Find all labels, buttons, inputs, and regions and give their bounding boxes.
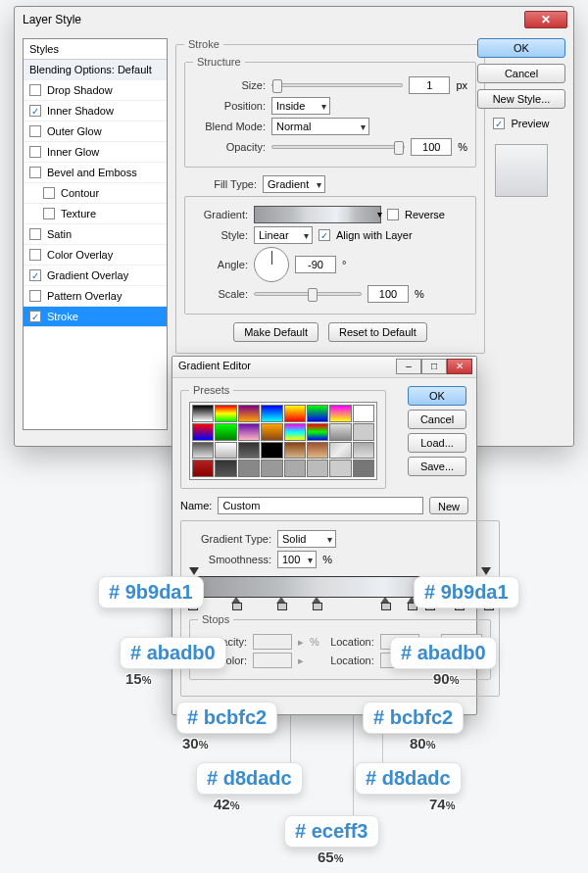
preset-swatch[interactable] xyxy=(284,442,306,460)
ge-cancel-button[interactable]: Cancel xyxy=(408,410,466,429)
reverse-checkbox[interactable] xyxy=(387,209,399,220)
preset-swatch[interactable] xyxy=(192,405,214,422)
close-icon[interactable]: ✕ xyxy=(447,359,472,374)
effect-stroke[interactable]: Stroke xyxy=(24,307,167,327)
color-stop[interactable] xyxy=(312,597,321,608)
preset-swatch[interactable] xyxy=(192,442,214,460)
effect-contour[interactable]: Contour xyxy=(24,183,167,204)
preset-swatch[interactable] xyxy=(261,442,282,460)
preset-swatch[interactable] xyxy=(238,460,260,477)
blend-combo[interactable]: Normal xyxy=(271,118,369,135)
angle-input[interactable]: -90 xyxy=(295,256,336,273)
ge-save-button[interactable]: Save... xyxy=(408,457,466,476)
dialog-titlebar[interactable]: Layer Style ✕ xyxy=(15,7,573,34)
make-default-button[interactable]: Make Default xyxy=(233,322,318,342)
preview-checkbox[interactable] xyxy=(493,118,505,129)
opacity-slider[interactable] xyxy=(271,145,405,149)
styles-header[interactable]: Styles xyxy=(24,39,167,60)
ge-titlebar[interactable]: Gradient Editor – □ ✕ xyxy=(172,357,476,378)
effect-drop-shadow[interactable]: Drop Shadow xyxy=(24,80,167,101)
effect-inner-glow[interactable]: Inner Glow xyxy=(24,142,167,163)
angle-dial[interactable] xyxy=(254,247,289,282)
preset-swatch[interactable] xyxy=(307,460,328,477)
checkbox-icon[interactable] xyxy=(43,208,55,219)
close-icon[interactable]: ✕ xyxy=(524,11,567,28)
checkbox-icon[interactable] xyxy=(29,146,41,158)
gradient-swatch[interactable] xyxy=(254,206,381,223)
preset-grid[interactable] xyxy=(189,402,377,480)
preset-swatch[interactable] xyxy=(215,423,236,441)
preset-swatch[interactable] xyxy=(215,405,236,422)
new-style-button[interactable]: New Style... xyxy=(477,89,565,109)
stop-color-input[interactable] xyxy=(253,653,292,668)
preset-swatch[interactable] xyxy=(353,423,374,441)
preset-swatch[interactable] xyxy=(284,460,306,477)
checkbox-icon[interactable] xyxy=(29,167,41,178)
preset-swatch[interactable] xyxy=(329,442,351,460)
checkbox-icon[interactable] xyxy=(29,125,41,137)
scale-input[interactable]: 100 xyxy=(368,285,409,303)
cancel-button[interactable]: Cancel xyxy=(477,64,565,83)
preset-swatch[interactable] xyxy=(261,405,282,422)
color-stop[interactable] xyxy=(231,597,241,608)
align-checkbox[interactable] xyxy=(318,229,330,241)
checkbox-icon[interactable] xyxy=(29,311,41,322)
checkbox-icon[interactable] xyxy=(29,228,41,240)
preset-swatch[interactable] xyxy=(353,460,374,477)
color-stop[interactable] xyxy=(276,597,286,608)
preset-swatch[interactable] xyxy=(284,423,306,441)
style-combo[interactable]: Linear xyxy=(254,226,313,244)
effect-satin[interactable]: Satin xyxy=(24,224,167,245)
checkbox-icon[interactable] xyxy=(29,249,41,261)
effect-color-overlay[interactable]: Color Overlay xyxy=(24,245,167,266)
preset-swatch[interactable] xyxy=(329,460,351,477)
preset-swatch[interactable] xyxy=(215,460,236,477)
preset-swatch[interactable] xyxy=(307,423,328,441)
checkbox-icon[interactable] xyxy=(29,105,41,117)
new-button[interactable]: New xyxy=(429,497,468,514)
color-stop[interactable] xyxy=(380,597,390,608)
effect-gradient-overlay[interactable]: Gradient Overlay xyxy=(24,266,167,286)
preset-swatch[interactable] xyxy=(329,423,351,441)
checkbox-icon[interactable] xyxy=(29,269,41,281)
preset-swatch[interactable] xyxy=(353,405,374,422)
reset-default-button[interactable]: Reset to Default xyxy=(328,322,427,342)
blending-options-row[interactable]: Blending Options: Default xyxy=(24,60,167,80)
effect-texture[interactable]: Texture xyxy=(24,204,167,224)
preset-swatch[interactable] xyxy=(192,460,214,477)
maximize-icon[interactable]: □ xyxy=(421,359,447,374)
effect-outer-glow[interactable]: Outer Glow xyxy=(24,121,167,142)
preset-swatch[interactable] xyxy=(238,405,260,422)
preset-swatch[interactable] xyxy=(192,423,214,441)
preset-swatch[interactable] xyxy=(307,405,328,422)
ge-ok-button[interactable]: OK xyxy=(408,386,466,406)
type-combo[interactable]: Solid xyxy=(277,530,336,548)
minimize-icon[interactable]: – xyxy=(396,359,421,374)
preset-swatch[interactable] xyxy=(353,442,374,460)
preset-swatch[interactable] xyxy=(238,423,260,441)
preset-swatch[interactable] xyxy=(261,460,282,477)
size-input[interactable]: 1 xyxy=(409,76,450,94)
opacity-input[interactable]: 100 xyxy=(411,138,452,156)
effect-pattern-overlay[interactable]: Pattern Overlay xyxy=(24,286,167,307)
preset-swatch[interactable] xyxy=(215,442,236,460)
size-slider[interactable] xyxy=(271,83,403,87)
smoothness-input[interactable]: 100 xyxy=(277,551,317,568)
preset-swatch[interactable] xyxy=(284,405,306,422)
preset-swatch[interactable] xyxy=(238,442,260,460)
checkbox-icon[interactable] xyxy=(29,290,41,302)
stop-opacity-input[interactable] xyxy=(253,634,292,650)
preset-swatch[interactable] xyxy=(329,405,351,422)
position-combo[interactable]: Inside xyxy=(271,97,330,115)
filltype-combo[interactable]: Gradient xyxy=(263,175,325,193)
preset-swatch[interactable] xyxy=(307,442,328,460)
checkbox-icon[interactable] xyxy=(29,84,41,96)
name-input[interactable]: Custom xyxy=(218,497,423,514)
ge-load-button[interactable]: Load... xyxy=(408,433,466,453)
scale-slider[interactable] xyxy=(254,292,362,296)
effect-bevel-emboss[interactable]: Bevel and Emboss xyxy=(24,163,167,183)
preset-swatch[interactable] xyxy=(261,423,282,441)
checkbox-icon[interactable] xyxy=(43,187,55,199)
effect-inner-shadow[interactable]: Inner Shadow xyxy=(24,101,167,121)
ok-button[interactable]: OK xyxy=(477,38,565,58)
